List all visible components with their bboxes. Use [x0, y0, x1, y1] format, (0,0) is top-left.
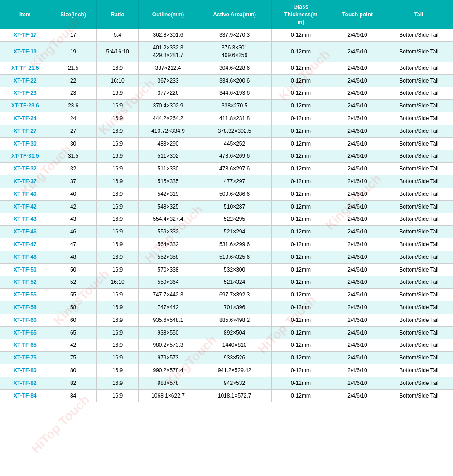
table-cell: 2/4/6/10 [330, 238, 385, 251]
table-cell: 410.72×334.9 [139, 125, 198, 137]
table-cell: 0-12mm [271, 74, 330, 87]
table-cell: 2/4/6/10 [330, 62, 385, 74]
table-cell: 27 [50, 125, 96, 137]
table-cell: 5:4/16:10 [96, 42, 139, 62]
table-row: XT-TF-242416:9444.2×264.2411.8×231.80-12… [0, 112, 453, 125]
col-header-tail: Tail [385, 0, 453, 29]
table-cell: 0-12mm [271, 226, 330, 238]
table-cell: XT-TF-22 [0, 74, 50, 87]
col-header-active-area: Active Area(mm) [198, 0, 271, 29]
table-cell: 559×364 [139, 276, 198, 289]
table-row: XT-TF-484816:9552×358519.6×325.60-12mm2/… [0, 251, 453, 263]
table-cell: 697.7×392.3 [198, 289, 271, 301]
table-cell: 52 [50, 276, 96, 289]
table-row: XT-TF-606016:9935.6×548.1885.6×498.20-12… [0, 314, 453, 326]
table-cell: 24 [50, 112, 96, 125]
table-row: XT-TF-404016:9542×319509.6×286.60-12mm2/… [0, 188, 453, 200]
table-cell: 522×295 [198, 213, 271, 226]
table-cell: 2/4/6/10 [330, 276, 385, 289]
table-cell: 521×294 [198, 226, 271, 238]
table-cell: 2/4/6/10 [330, 163, 385, 175]
table-row: XT-TF-525216:10559×364521×3240-12mm2/4/6… [0, 276, 453, 289]
table-cell: Bottom/Side Tail [385, 150, 453, 163]
table-cell: XT-TF-37 [0, 175, 50, 188]
table-cell: 16:9 [96, 364, 139, 377]
table-cell: 2/4/6/10 [330, 263, 385, 276]
table-cell: 2/4/6/10 [330, 289, 385, 301]
table-cell: 75 [50, 352, 96, 364]
table-cell: 16:9 [96, 150, 139, 163]
table-cell: 0-12mm [271, 112, 330, 125]
table-cell: 941.2×529.42 [198, 364, 271, 377]
table-cell: 980.2×573.3 [139, 339, 198, 352]
table-cell: 55 [50, 289, 96, 301]
table-cell: Bottom/Side Tail [385, 389, 453, 402]
table-cell: 0-12mm [271, 188, 330, 200]
table-cell: 483×290 [139, 137, 198, 150]
table-cell: 935.6×548.1 [139, 314, 198, 326]
table-cell: 478.6×269.6 [198, 150, 271, 163]
table-cell: Bottom/Side Tail [385, 188, 453, 200]
table-cell: 570×338 [139, 263, 198, 276]
table-cell: 477×297 [198, 175, 271, 188]
table-cell: 370.4×302.9 [139, 100, 198, 112]
table-cell: 0-12mm [271, 213, 330, 226]
table-cell: 21.5 [50, 62, 96, 74]
table-cell: 511×330 [139, 163, 198, 175]
table-cell: Bottom/Side Tail [385, 62, 453, 74]
table-cell: 2/4/6/10 [330, 200, 385, 213]
table-cell: 16:9 [96, 377, 139, 389]
table-cell: 16:10 [96, 276, 139, 289]
table-cell: 16:9 [96, 163, 139, 175]
table-cell: 19 [50, 42, 96, 62]
table-row: XT-TF-585816:9747×442701×3960-12mm2/4/6/… [0, 301, 453, 314]
table-cell: Bottom/Side Tail [385, 74, 453, 87]
table-row: XT-TF-464616:9559×332521×2940-12mm2/4/6/… [0, 226, 453, 238]
table-cell: 548×325 [139, 200, 198, 213]
table-cell: 2/4/6/10 [330, 175, 385, 188]
table-cell: XT-TF-65 [0, 326, 50, 339]
table-cell: 16:9 [96, 188, 139, 200]
table-cell: 0-12mm [271, 301, 330, 314]
table-cell: 82 [50, 377, 96, 389]
table-cell: Bottom/Side Tail [385, 125, 453, 137]
table-cell: 532×300 [198, 263, 271, 276]
table-cell: 2/4/6/10 [330, 226, 385, 238]
table-row: XT-TF-272716:9410.72×334.9378.32×302.50-… [0, 125, 453, 137]
table-cell: 17 [50, 29, 96, 42]
table-cell: XT-TF-52 [0, 276, 50, 289]
table-cell: 0-12mm [271, 339, 330, 352]
table-cell: 16:9 [96, 352, 139, 364]
table-row: XT-TF-757516:9979×573933×5260-12mm2/4/6/… [0, 352, 453, 364]
table-cell: 362.8×301.6 [139, 29, 198, 42]
table-cell: Bottom/Side Tail [385, 163, 453, 175]
table-cell: Bottom/Side Tail [385, 339, 453, 352]
table-cell: 445×252 [198, 137, 271, 150]
col-header-ratio: Ratio [96, 0, 139, 29]
table-row: XT-TF-31.531.516:9511×302478.6×269.60-12… [0, 150, 453, 163]
table-cell: 2/4/6/10 [330, 29, 385, 42]
table-row: XT-TF-505016:9570×338532×3000-12mm2/4/6/… [0, 263, 453, 276]
table-cell: Bottom/Side Tail [385, 276, 453, 289]
table-cell: 0-12mm [271, 238, 330, 251]
table-cell: XT-TF-50 [0, 263, 50, 276]
table-cell: 701×396 [198, 301, 271, 314]
table-cell: 376.3×301409.6×256 [198, 42, 271, 62]
table-row: XT-TF-19195:4/16:10401.2×332.3429.8×281.… [0, 42, 453, 62]
table-cell: XT-TF-82 [0, 377, 50, 389]
table-cell: Bottom/Side Tail [385, 238, 453, 251]
table-row: XT-TF-848416:91068.1×622.71018.1×572.70-… [0, 389, 453, 402]
table-cell: 16:9 [96, 175, 139, 188]
table-cell: XT-TF-58 [0, 301, 50, 314]
table-cell: 554.4×327.4 [139, 213, 198, 226]
table-row: XT-TF-232316:9377×226344.6×193.60-12mm2/… [0, 87, 453, 100]
table-cell: 515×335 [139, 175, 198, 188]
table-cell: Bottom/Side Tail [385, 226, 453, 238]
table-cell: 0-12mm [271, 175, 330, 188]
table-cell: 16:9 [96, 251, 139, 263]
table-cell: 2/4/6/10 [330, 251, 385, 263]
table-cell: 60 [50, 314, 96, 326]
col-header-touch-point: Touch point [330, 0, 385, 29]
table-cell: Bottom/Side Tail [385, 314, 453, 326]
table-cell: XT-TF-42 [0, 200, 50, 213]
